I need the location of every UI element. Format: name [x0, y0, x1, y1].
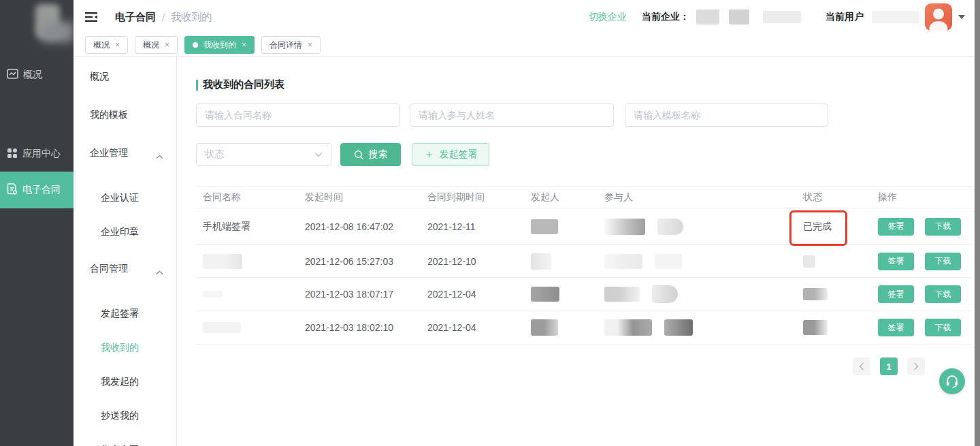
contracts-table: 合同名称发起时间合同到期时间发起人参与人状态操作手机端签署2021-12-08 …: [196, 186, 972, 345]
sidebar-item-1[interactable]: 概况: [74, 69, 177, 83]
table-row-2: 2021-12-06 15:27:032021-12-10签署下载: [196, 245, 972, 278]
redacted-blob: [531, 253, 551, 270]
participant-name-input[interactable]: [410, 103, 614, 127]
user-avatar[interactable]: [925, 3, 952, 31]
plus-icon: ＋: [424, 149, 435, 160]
chevron-up-icon: [156, 149, 163, 163]
sidebar-item-label: 我的模板: [90, 109, 128, 120]
sidebar-item-11[interactable]: 作废合同: [74, 443, 177, 446]
sidebar-item-label: 企业管理: [90, 147, 128, 158]
status-select-placeholder: 状态: [205, 148, 224, 161]
tab-close-icon[interactable]: ×: [165, 41, 169, 49]
column-header: 操作: [871, 191, 972, 204]
global-nav-item-1[interactable]: 概况: [0, 65, 74, 85]
tab-1[interactable]: 概况×: [85, 36, 128, 54]
apps-icon: [7, 148, 18, 161]
cell-start-time: 2021-12-08 16:47:02: [298, 221, 421, 232]
sidebar-item-9[interactable]: 我发起的: [74, 375, 177, 388]
user-name-redacted: [872, 11, 919, 23]
cell-participants: [598, 254, 796, 269]
column-header: 参与人: [598, 191, 796, 204]
pagination-next-button[interactable]: [907, 357, 925, 375]
help-fab-button[interactable]: [939, 368, 965, 394]
sidebar-item-6[interactable]: 合同管理: [74, 261, 177, 275]
sign-button[interactable]: 签署: [878, 319, 914, 336]
sign-button[interactable]: 签署: [878, 285, 914, 303]
breadcrumb-separator: /: [162, 12, 165, 23]
cell-status: 已完成: [796, 221, 871, 233]
pagination-prev-button[interactable]: [853, 357, 870, 375]
tab-bar: 概况×概况×我收到的×合同详情×: [74, 34, 975, 57]
current-user-label: 当前用户: [826, 11, 864, 23]
global-nav-label: 电子合同: [22, 184, 61, 196]
cell-contract-name: [196, 291, 298, 298]
redacted-blob: [803, 255, 815, 268]
redacted-blob: [803, 320, 828, 335]
breadcrumb-current: 我收到的: [171, 11, 212, 24]
sidebar-item-10[interactable]: 抄送我的: [74, 409, 177, 422]
tab-2[interactable]: 概况×: [135, 36, 178, 54]
template-name-input[interactable]: [625, 103, 828, 127]
enterprise-name-redacted: [729, 10, 749, 25]
tab-close-icon[interactable]: ×: [308, 41, 312, 49]
sidebar-item-5[interactable]: 企业印章: [74, 225, 177, 238]
switch-enterprise-link[interactable]: 切换企业: [589, 11, 627, 23]
tab-4[interactable]: 合同详情×: [261, 36, 321, 54]
sign-button[interactable]: 签署: [878, 218, 914, 236]
current-enterprise-label: 当前企业：: [642, 11, 689, 23]
cell-status: [796, 320, 871, 335]
table-header-row: 合同名称发起时间合同到期时间发起人参与人状态操作: [196, 186, 972, 208]
sidebar-item-label: 我收到的: [101, 342, 139, 353]
download-button[interactable]: 下载: [925, 218, 961, 236]
redacted-blob: [604, 254, 642, 269]
cell-contract-name: 手机端签署: [196, 221, 298, 233]
contract-name-input[interactable]: [196, 103, 400, 127]
menu-fold-icon[interactable]: [85, 12, 97, 22]
global-nav-item-3[interactable]: 电子合同: [0, 172, 74, 208]
create-sign-button[interactable]: ＋ 发起签署: [412, 143, 489, 166]
cell-expire-time: 2021-12-04: [421, 289, 524, 300]
cell-contract-name: [196, 322, 298, 333]
breadcrumb-root[interactable]: 电子合同: [115, 11, 156, 24]
tab-close-icon[interactable]: ×: [242, 41, 246, 49]
sidebar-item-3[interactable]: 企业管理: [74, 146, 177, 159]
download-button[interactable]: 下载: [925, 285, 961, 303]
sign-button[interactable]: 签署: [878, 253, 914, 270]
sidebar-item-8[interactable]: 我收到的: [74, 340, 177, 354]
tab-label: 我收到的: [203, 39, 236, 51]
tab-3[interactable]: 我收到的×: [184, 36, 255, 54]
download-button[interactable]: 下载: [925, 319, 961, 336]
global-nav-item-2[interactable]: 应用中心: [0, 144, 74, 164]
redacted-blob: [531, 319, 558, 336]
cell-start-time: 2021-12-06 15:27:03: [298, 256, 421, 267]
redacted-blob: [664, 319, 693, 336]
app-logo-blur: [41, 22, 74, 42]
create-sign-button-label: 发起签署: [440, 148, 478, 161]
pagination-page-1[interactable]: 1: [880, 357, 898, 375]
sidebar-item-4[interactable]: 企业认证: [74, 191, 177, 204]
redacted-blob: [604, 219, 645, 235]
tab-label: 概况: [93, 39, 110, 51]
cell-status: [796, 255, 871, 268]
status-select[interactable]: 状态: [196, 143, 331, 166]
tab-label: 合同详情: [270, 39, 302, 51]
scrollbar[interactable]: [975, 0, 980, 446]
cell-initiator: [524, 219, 598, 234]
column-header: 合同到期时间: [421, 191, 524, 204]
main-content: 我收到的合同列表 状态 搜索 ＋ 发起签署 合同名称发起时间合同到期时间发起人参…: [177, 57, 975, 446]
sidebar-item-7[interactable]: 发起签署: [74, 306, 177, 320]
redacted-blob: [652, 285, 678, 303]
page-title-text: 我收到的合同列表: [203, 78, 284, 91]
cell-status: [796, 288, 871, 300]
cell-participants: [598, 319, 796, 336]
headset-icon: [945, 374, 960, 389]
global-sidebar: 概况应用中心电子合同: [0, 0, 74, 446]
title-accent-bar: [196, 80, 198, 91]
search-button[interactable]: 搜索: [340, 143, 401, 166]
tab-label: 概况: [143, 39, 159, 51]
user-menu-caret-icon[interactable]: [958, 15, 965, 19]
download-button[interactable]: 下载: [925, 253, 961, 270]
sidebar-item-2[interactable]: 我的模板: [74, 108, 177, 121]
tab-close-icon[interactable]: ×: [115, 41, 120, 49]
enterprise-name-redacted: [763, 11, 801, 23]
